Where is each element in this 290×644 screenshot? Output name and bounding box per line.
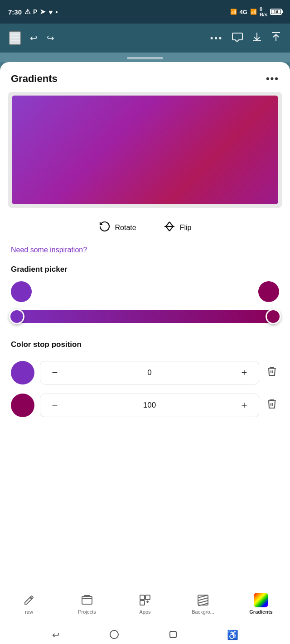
download-button[interactable] bbox=[252, 31, 262, 45]
stop-position-row-2: − 100 + bbox=[0, 389, 290, 422]
svg-rect-13 bbox=[170, 631, 176, 638]
rotate-button[interactable]: Rotate bbox=[99, 221, 136, 235]
position-value-1: 0 bbox=[147, 368, 151, 377]
color-stop-position-label: Color stop position bbox=[0, 336, 290, 356]
back-gesture[interactable]: ↩ bbox=[52, 630, 60, 640]
svg-rect-4 bbox=[140, 595, 145, 600]
svg-rect-0 bbox=[10, 34, 20, 35]
stop-color-1[interactable] bbox=[11, 361, 34, 384]
inspiration-link-container: Need some inspiration? bbox=[0, 244, 290, 265]
svg-rect-5 bbox=[145, 595, 150, 600]
color-stop-right-button[interactable] bbox=[258, 281, 279, 302]
background-icon bbox=[196, 593, 210, 607]
stop-position-row-1: − 0 + bbox=[0, 356, 290, 389]
draw-label: raw bbox=[25, 609, 33, 615]
battery-icon: 16 bbox=[270, 9, 282, 15]
share-button[interactable] bbox=[271, 31, 281, 45]
tab-background[interactable]: Backgro... bbox=[174, 593, 232, 615]
panel-more-button[interactable]: ••• bbox=[266, 73, 279, 85]
main-panel: Gradients ••• Rotate bbox=[0, 62, 290, 606]
tab-projects[interactable]: Projects bbox=[58, 593, 116, 615]
toolbar-right: ••• bbox=[210, 31, 281, 45]
menu-button[interactable] bbox=[9, 31, 21, 45]
bottom-navigation: raw Projects Apps bbox=[0, 589, 290, 644]
tab-draw[interactable]: raw bbox=[0, 593, 58, 615]
signal-icon: 📶 bbox=[230, 9, 237, 15]
4g-label: 4G bbox=[240, 9, 247, 15]
gradient-preview-container bbox=[8, 92, 282, 208]
position-value-2: 100 bbox=[143, 401, 156, 410]
status-bar: 7:30 ⚠ P ➤ ♥ • 📶 4G 📶 0B/s 16 bbox=[0, 0, 290, 24]
inspiration-link[interactable]: Need some inspiration? bbox=[11, 246, 87, 254]
warning-icon: ⚠ bbox=[24, 8, 30, 16]
gradients-label: Gradients bbox=[249, 609, 272, 615]
increment-stop-2[interactable]: + bbox=[237, 399, 251, 411]
slider-thumb-right[interactable] bbox=[266, 309, 281, 324]
gradient-slider[interactable] bbox=[11, 307, 279, 327]
apps-label: Apps bbox=[139, 609, 150, 615]
panel-header: Gradients ••• bbox=[0, 62, 290, 92]
position-input-2: − 100 + bbox=[40, 394, 259, 417]
status-right: 📶 4G 📶 0B/s 16 bbox=[230, 6, 282, 17]
parking-icon: P bbox=[33, 8, 37, 15]
position-input-1: − 0 + bbox=[40, 361, 259, 384]
undo-button[interactable]: ↩ bbox=[30, 33, 38, 43]
flip-icon bbox=[164, 221, 175, 235]
svg-rect-6 bbox=[140, 601, 145, 605]
battery-level: 16 bbox=[271, 10, 281, 14]
projects-label: Projects bbox=[78, 609, 96, 615]
decrement-stop-1[interactable]: − bbox=[48, 367, 62, 379]
gradient-picker-label: Gradient picker bbox=[0, 265, 290, 281]
rotate-icon bbox=[99, 221, 111, 235]
slider-thumb-left[interactable] bbox=[9, 309, 24, 324]
projects-icon bbox=[80, 593, 94, 607]
gradients-icon bbox=[254, 593, 268, 607]
color-stop-left-button[interactable] bbox=[11, 281, 32, 302]
draw-icon bbox=[22, 593, 36, 607]
controls-row: Rotate Flip bbox=[0, 208, 290, 244]
svg-point-12 bbox=[110, 630, 118, 639]
color-stops-row bbox=[11, 281, 279, 302]
gradient-preview[interactable] bbox=[12, 96, 278, 204]
panel-title: Gradients bbox=[11, 73, 58, 85]
nav-tabs: raw Projects Apps bbox=[0, 589, 290, 629]
background-label: Backgro... bbox=[192, 609, 214, 615]
svg-rect-1 bbox=[10, 37, 20, 38]
rotate-label: Rotate bbox=[115, 224, 136, 232]
gradient-track bbox=[11, 310, 279, 323]
wifi-icon: ♥ bbox=[48, 8, 53, 16]
more-options-button[interactable]: ••• bbox=[210, 34, 223, 43]
signal2-icon: 📶 bbox=[250, 9, 257, 15]
svg-rect-3 bbox=[82, 596, 92, 604]
tab-apps[interactable]: Apps bbox=[116, 593, 174, 615]
delete-stop-2[interactable] bbox=[265, 396, 279, 414]
decrement-stop-2[interactable]: − bbox=[48, 399, 62, 411]
tab-gradients[interactable]: Gradients bbox=[232, 593, 290, 615]
home-gesture[interactable] bbox=[109, 630, 119, 641]
dot-icon: • bbox=[55, 8, 58, 16]
flip-label: Flip bbox=[180, 224, 192, 232]
comment-button[interactable] bbox=[232, 32, 243, 44]
telegram-icon: ➤ bbox=[40, 8, 46, 16]
toolbar: ↩ ↪ ••• bbox=[0, 24, 290, 53]
time: 7:30 bbox=[8, 8, 22, 16]
status-left: 7:30 ⚠ P ➤ ♥ • bbox=[8, 8, 58, 16]
drag-handle[interactable] bbox=[127, 57, 163, 59]
redo-button[interactable]: ↪ bbox=[47, 33, 54, 43]
recent-gesture[interactable] bbox=[169, 630, 178, 640]
home-indicator-area: ↩ ♿ bbox=[0, 629, 290, 644]
handle-bar bbox=[0, 53, 290, 62]
svg-line-10 bbox=[198, 601, 208, 603]
data-speed: 0B/s bbox=[260, 6, 267, 17]
apps-icon bbox=[138, 593, 152, 607]
increment-stop-1[interactable]: + bbox=[237, 367, 251, 379]
flip-button[interactable]: Flip bbox=[164, 221, 192, 235]
toolbar-left: ↩ ↪ bbox=[9, 31, 54, 45]
accessibility-gesture[interactable]: ♿ bbox=[227, 630, 238, 640]
svg-rect-2 bbox=[10, 40, 20, 41]
gradient-picker bbox=[0, 281, 290, 327]
delete-stop-1[interactable] bbox=[265, 364, 279, 382]
stop-color-2[interactable] bbox=[11, 394, 34, 417]
svg-line-9 bbox=[198, 598, 208, 601]
